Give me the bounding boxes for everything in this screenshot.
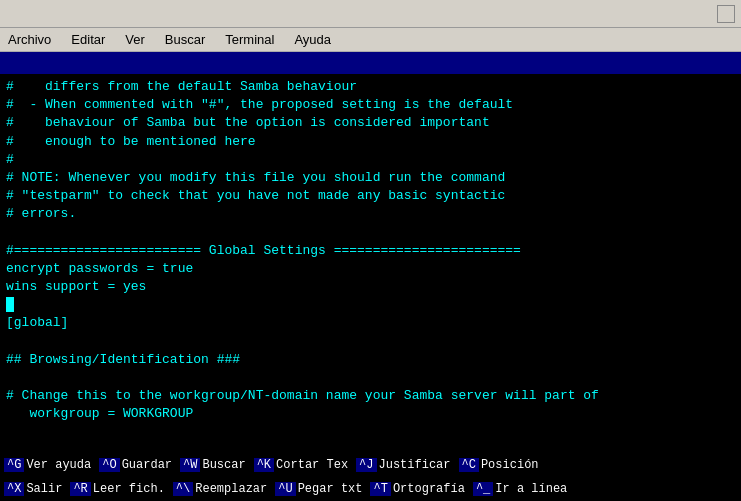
menu-bar: ArchivoEditarVerBuscarTerminalAyuda bbox=[0, 28, 741, 52]
shortcut-key[interactable]: ^\ bbox=[173, 482, 193, 496]
terminal-content: # differs from the default Samba behavio… bbox=[0, 74, 741, 453]
shortcut-key[interactable]: ^K bbox=[254, 458, 274, 472]
shortcut-key[interactable]: ^J bbox=[356, 458, 376, 472]
shortcut-item: ^TOrtografía bbox=[370, 482, 464, 496]
shortcut-item: ^XSalir bbox=[4, 482, 62, 496]
menu-item-editar[interactable]: Editar bbox=[67, 32, 109, 47]
shortcut-key[interactable]: ^R bbox=[70, 482, 90, 496]
menu-item-archivo[interactable]: Archivo bbox=[4, 32, 55, 47]
menu-item-buscar[interactable]: Buscar bbox=[161, 32, 209, 47]
shortcut-key[interactable]: ^G bbox=[4, 458, 24, 472]
shortcut-label: Cortar Tex bbox=[276, 458, 348, 472]
shortcut-item: ^RLeer fich. bbox=[70, 482, 164, 496]
shortcut-item: ^WBuscar bbox=[180, 458, 246, 472]
shortcut-bar-2: ^XSalir^RLeer fich.^\Reemplazar^UPegar t… bbox=[0, 477, 741, 501]
shortcut-label: Guardar bbox=[122, 458, 172, 472]
shortcut-label: Ir a línea bbox=[495, 482, 567, 496]
shortcut-item: ^OGuardar bbox=[99, 458, 172, 472]
shortcut-item: ^UPegar txt bbox=[275, 482, 362, 496]
menu-item-ver[interactable]: Ver bbox=[121, 32, 149, 47]
shortcut-label: Justificar bbox=[379, 458, 451, 472]
shortcut-label: Ortografía bbox=[393, 482, 465, 496]
shortcut-label: Pegar txt bbox=[298, 482, 363, 496]
shortcut-key[interactable]: ^C bbox=[459, 458, 479, 472]
shortcut-item: ^\Reemplazar bbox=[173, 482, 267, 496]
close-button[interactable] bbox=[717, 5, 735, 23]
shortcut-label: Leer fich. bbox=[93, 482, 165, 496]
shortcut-key[interactable]: ^O bbox=[99, 458, 119, 472]
shortcut-item: ^JJustificar bbox=[356, 458, 450, 472]
shortcut-label: Buscar bbox=[202, 458, 245, 472]
shortcut-label: Ver ayuda bbox=[26, 458, 91, 472]
shortcut-item: ^CPosición bbox=[459, 458, 539, 472]
shortcut-label: Salir bbox=[26, 482, 62, 496]
shortcut-label: Posición bbox=[481, 458, 539, 472]
shortcut-bar-1: ^GVer ayuda^OGuardar^WBuscar^KCortar Tex… bbox=[0, 453, 741, 477]
nano-status-bar bbox=[0, 52, 741, 74]
shortcut-key[interactable]: ^X bbox=[4, 482, 24, 496]
menu-item-ayuda[interactable]: Ayuda bbox=[290, 32, 335, 47]
menu-item-terminal[interactable]: Terminal bbox=[221, 32, 278, 47]
shortcut-key[interactable]: ^U bbox=[275, 482, 295, 496]
shortcut-item: ^KCortar Tex bbox=[254, 458, 348, 472]
shortcut-item: ^_Ir a línea bbox=[473, 482, 567, 496]
shortcut-key[interactable]: ^_ bbox=[473, 482, 493, 496]
shortcut-key[interactable]: ^W bbox=[180, 458, 200, 472]
shortcut-key[interactable]: ^T bbox=[370, 482, 390, 496]
title-bar bbox=[0, 0, 741, 28]
shortcut-item: ^GVer ayuda bbox=[4, 458, 91, 472]
shortcut-label: Reemplazar bbox=[195, 482, 267, 496]
